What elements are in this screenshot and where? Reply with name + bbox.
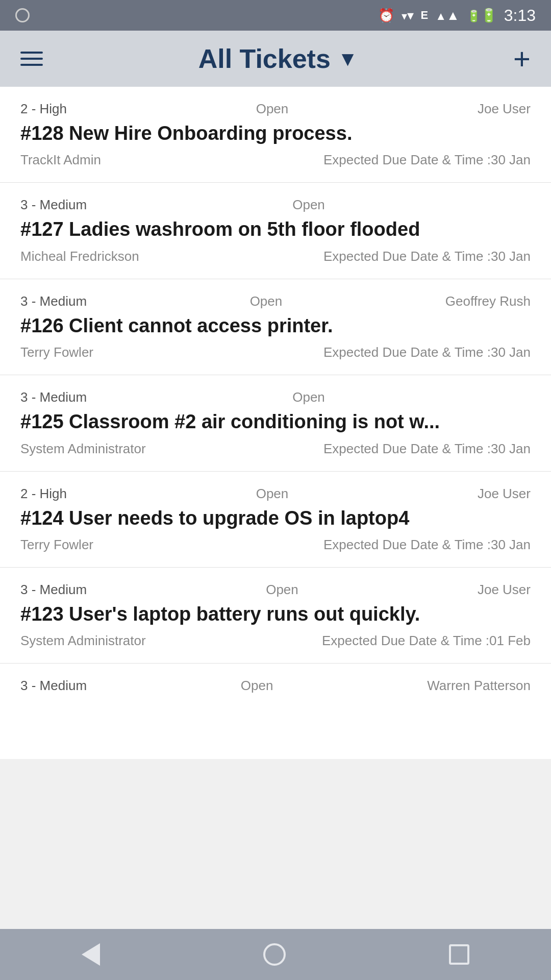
ticket-footer: Terry Fowler Expected Due Date & Time :3… — [20, 537, 531, 553]
ticket-footer: Terry Fowler Expected Due Date & Time :3… — [20, 345, 531, 360]
network-e-icon: E — [421, 9, 429, 22]
ticket-priority: 3 - Medium — [20, 293, 87, 309]
ticket-submitter: Terry Fowler — [20, 537, 93, 553]
ticket-footer: Micheal Fredrickson Expected Due Date & … — [20, 249, 531, 264]
status-left — [15, 8, 30, 22]
ticket-submitter: Micheal Fredrickson — [20, 249, 139, 264]
ticket-title: #128 New Hire Onboarding process. — [20, 121, 531, 146]
recents-icon — [449, 944, 469, 965]
hamburger-line — [20, 58, 43, 60]
ticket-meta-row: 3 - Medium Open Joe User — [20, 582, 531, 598]
ticket-meta-row: 2 - High Open Joe User — [20, 486, 531, 502]
ticket-priority: 3 - Medium — [20, 197, 87, 213]
ticket-item[interactable]: 3 - Medium Open #127 Ladies washroom on … — [0, 183, 551, 279]
ticket-due: Expected Due Date & Time :30 Jan — [323, 537, 531, 553]
home-icon — [263, 943, 286, 966]
battery-icon: 🔋 — [467, 8, 497, 23]
ticket-item[interactable]: 3 - Medium Open Joe User #123 User's lap… — [0, 568, 551, 664]
signal-icon: ▲ — [435, 8, 460, 23]
recents-button[interactable] — [449, 944, 469, 965]
ticket-submitter: System Administrator — [20, 441, 146, 457]
ticket-footer: System Administrator Expected Due Date &… — [20, 633, 531, 649]
ticket-item[interactable]: 3 - Medium Open Warren Patterson — [0, 664, 551, 759]
home-button[interactable] — [263, 943, 286, 966]
status-circle-icon — [15, 8, 30, 22]
bottom-nav — [0, 929, 551, 980]
ticket-priority: 2 - High — [20, 486, 67, 502]
ticket-status: Open — [292, 389, 325, 405]
ticket-item[interactable]: 2 - High Open Joe User #128 New Hire Onb… — [0, 87, 551, 183]
ticket-status: Open — [250, 293, 283, 309]
ticket-status: Open — [256, 101, 289, 117]
ticket-list: 2 - High Open Joe User #128 New Hire Onb… — [0, 87, 551, 759]
ticket-meta-row: 3 - Medium Open Geoffrey Rush — [20, 293, 531, 309]
ticket-priority: 3 - Medium — [20, 678, 87, 694]
ticket-assignee: Geoffrey Rush — [445, 293, 531, 309]
ticket-submitter: System Administrator — [20, 633, 146, 649]
ticket-title: #125 Classroom #2 air conditioning is no… — [20, 409, 531, 434]
ticket-due: Expected Due Date & Time :30 Jan — [323, 441, 531, 457]
ticket-item[interactable]: 3 - Medium Open Geoffrey Rush #126 Clien… — [0, 279, 551, 375]
ticket-submitter: Terry Fowler — [20, 345, 93, 360]
ticket-due: Expected Due Date & Time :30 Jan — [323, 249, 531, 264]
ticket-item[interactable]: 3 - Medium Open #125 Classroom #2 air co… — [0, 375, 551, 471]
ticket-assignee: Joe User — [478, 486, 531, 502]
ticket-title: #123 User's laptop battery runs out quic… — [20, 602, 531, 627]
ticket-title: #127 Ladies washroom on 5th floor floode… — [20, 217, 531, 242]
ticket-status: Open — [266, 582, 298, 598]
ticket-due: Expected Due Date & Time :01 Feb — [322, 633, 531, 649]
chevron-down-icon: ▼ — [338, 47, 358, 70]
ticket-due: Expected Due Date & Time :30 Jan — [323, 152, 531, 168]
ticket-due: Expected Due Date & Time :30 Jan — [323, 345, 531, 360]
hamburger-menu-button[interactable] — [20, 52, 43, 66]
status-right: ▾ E ▲ 🔋 3:13 — [378, 6, 536, 25]
hamburger-line — [20, 52, 43, 54]
ticket-priority: 3 - Medium — [20, 582, 87, 598]
clock-icon — [378, 8, 394, 23]
ticket-meta-row: 2 - High Open Joe User — [20, 101, 531, 117]
ticket-priority: 3 - Medium — [20, 389, 87, 405]
back-button[interactable] — [82, 943, 100, 966]
ticket-assignee: Warren Patterson — [427, 678, 531, 694]
app-title-button[interactable]: All Tickets ▼ — [198, 43, 358, 74]
ticket-meta-row: 3 - Medium Open Warren Patterson — [20, 678, 531, 694]
ticket-status: Open — [256, 486, 289, 502]
ticket-item[interactable]: 2 - High Open Joe User #124 User needs t… — [0, 472, 551, 568]
ticket-assignee: Joe User — [478, 582, 531, 598]
back-icon — [82, 943, 100, 966]
ticket-status: Open — [292, 197, 325, 213]
ticket-priority: 2 - High — [20, 101, 67, 117]
ticket-footer: TrackIt Admin Expected Due Date & Time :… — [20, 152, 531, 168]
add-ticket-button[interactable]: + — [513, 44, 531, 74]
wifi-icon: ▾ — [402, 8, 414, 23]
ticket-meta-row: 3 - Medium Open — [20, 389, 531, 405]
ticket-title: #124 User needs to upgrade OS in laptop4 — [20, 506, 531, 531]
ticket-meta-row: 3 - Medium Open — [20, 197, 531, 213]
app-title-text: All Tickets — [198, 43, 331, 74]
ticket-submitter: TrackIt Admin — [20, 152, 101, 168]
hamburger-line — [20, 64, 43, 66]
ticket-footer: System Administrator Expected Due Date &… — [20, 441, 531, 457]
status-time: 3:13 — [504, 6, 536, 25]
ticket-title: #126 Client cannot access printer. — [20, 313, 531, 338]
app-bar: All Tickets ▼ + — [0, 31, 551, 87]
ticket-assignee: Joe User — [478, 101, 531, 117]
ticket-status: Open — [241, 678, 273, 694]
status-bar: ▾ E ▲ 🔋 3:13 — [0, 0, 551, 31]
